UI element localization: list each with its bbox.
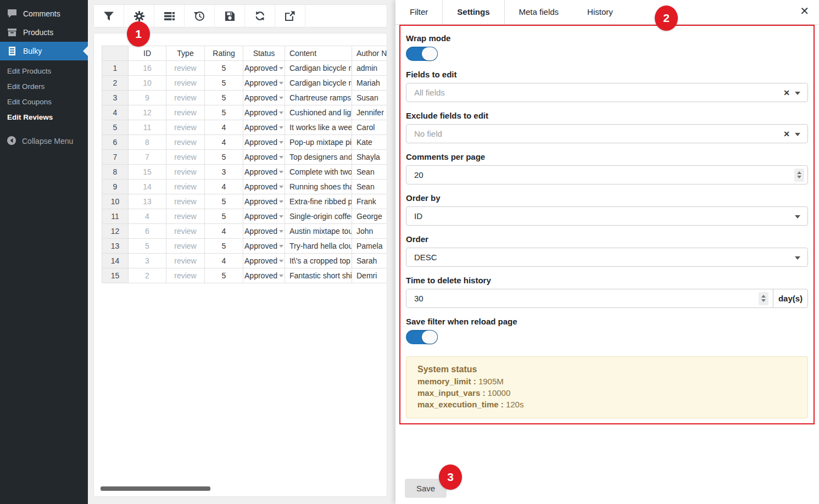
- cell-id[interactable]: 14: [129, 180, 166, 194]
- cell-type[interactable]: review: [166, 120, 205, 135]
- cell-type[interactable]: review: [166, 135, 205, 150]
- cell-content[interactable]: Running shoes that: [285, 180, 352, 194]
- cell-author[interactable]: Sean: [352, 165, 387, 180]
- cell-id[interactable]: 3: [129, 254, 166, 268]
- cell-status[interactable]: Approved: [243, 268, 285, 283]
- cell-type[interactable]: review: [166, 165, 205, 180]
- cell-type[interactable]: review: [166, 254, 205, 268]
- cell-content[interactable]: It\'s a cropped top v: [285, 254, 352, 268]
- meta-fields-button[interactable]: [154, 5, 185, 27]
- cell-rating[interactable]: 5: [205, 105, 243, 120]
- cell-type[interactable]: review: [166, 239, 205, 254]
- fields-to-edit-select[interactable]: ✕: [406, 83, 808, 102]
- cell-author[interactable]: Shayla: [352, 150, 387, 165]
- sidebar-item-edit-coupons[interactable]: Edit Coupons: [0, 94, 88, 110]
- cell-author[interactable]: admin: [352, 61, 387, 76]
- chevron-down-icon[interactable]: [795, 92, 800, 98]
- tab-settings[interactable]: Settings: [442, 0, 504, 24]
- header-id[interactable]: ID: [129, 46, 166, 61]
- cell-status[interactable]: Approved: [243, 76, 285, 91]
- cell-id[interactable]: 2: [129, 268, 166, 283]
- cell-status[interactable]: Approved: [243, 150, 285, 165]
- save-button-toolbar[interactable]: [215, 5, 245, 27]
- exclude-fields-input[interactable]: [406, 125, 807, 143]
- cell-author[interactable]: Demri: [352, 268, 387, 283]
- cell-author[interactable]: John: [352, 224, 387, 239]
- cell-id[interactable]: 16: [129, 61, 166, 76]
- cell-rating[interactable]: 4: [205, 254, 243, 268]
- cell-author[interactable]: Sarah: [352, 254, 387, 268]
- cell-author[interactable]: Mariah: [352, 76, 387, 91]
- cell-content[interactable]: Complete with two :: [285, 165, 352, 180]
- cell-type[interactable]: review: [166, 268, 205, 283]
- horizontal-scrollbar[interactable]: [101, 486, 210, 491]
- cell-id[interactable]: 10: [129, 76, 166, 91]
- cell-status[interactable]: Approved: [243, 239, 285, 254]
- reload-button[interactable]: [245, 5, 275, 27]
- cell-status[interactable]: Approved: [243, 61, 285, 76]
- number-spinner[interactable]: [759, 292, 768, 305]
- cell-status[interactable]: Approved: [243, 105, 285, 120]
- header-rating[interactable]: Rating: [205, 46, 243, 61]
- cell-content[interactable]: Fantastic short shirt: [285, 268, 352, 283]
- cell-type[interactable]: review: [166, 209, 205, 224]
- cell-content[interactable]: Cardigan bicycle rig: [285, 76, 352, 91]
- cell-status[interactable]: Approved: [243, 135, 285, 150]
- tab-meta-fields[interactable]: Meta fields: [505, 0, 573, 24]
- cell-id[interactable]: 12: [129, 105, 166, 120]
- cell-author[interactable]: Susan: [352, 91, 387, 105]
- cell-id[interactable]: 4: [129, 209, 166, 224]
- exclude-fields-select[interactable]: ✕: [406, 124, 808, 143]
- sidebar-item-edit-orders[interactable]: Edit Orders: [0, 79, 88, 94]
- cell-type[interactable]: review: [166, 76, 205, 91]
- cell-rating[interactable]: 4: [205, 224, 243, 239]
- cell-rating[interactable]: 3: [205, 165, 243, 180]
- cell-status[interactable]: Approved: [243, 254, 285, 268]
- cell-rating[interactable]: 5: [205, 61, 243, 76]
- cell-type[interactable]: review: [166, 61, 205, 76]
- cell-id[interactable]: 13: [129, 194, 166, 209]
- cell-type[interactable]: review: [166, 194, 205, 209]
- cell-content[interactable]: Extra-fine ribbed pir: [285, 194, 352, 209]
- cell-type[interactable]: review: [166, 150, 205, 165]
- cell-author[interactable]: Frank: [352, 194, 387, 209]
- cell-status[interactable]: Approved: [243, 91, 285, 105]
- cell-rating[interactable]: 4: [205, 180, 243, 194]
- cell-status[interactable]: Approved: [243, 194, 285, 209]
- cell-rating[interactable]: 5: [205, 76, 243, 91]
- cell-rating[interactable]: 4: [205, 120, 243, 135]
- order-select[interactable]: DESC: [406, 248, 808, 267]
- cell-author[interactable]: Carol: [352, 120, 387, 135]
- close-icon[interactable]: ✕: [798, 3, 811, 19]
- sidebar-item-bulky[interactable]: Bulky: [0, 42, 88, 60]
- cell-rating[interactable]: 5: [205, 194, 243, 209]
- cell-rating[interactable]: 5: [205, 91, 243, 105]
- sidebar-item-edit-reviews[interactable]: Edit Reviews: [0, 110, 88, 125]
- clear-icon[interactable]: ✕: [783, 130, 790, 138]
- cell-content[interactable]: Cushioned and light: [285, 105, 352, 120]
- history-button[interactable]: [185, 5, 215, 27]
- header-status[interactable]: Status: [243, 46, 285, 61]
- collapse-menu-button[interactable]: Collapse Menu: [0, 132, 88, 150]
- cell-type[interactable]: review: [166, 180, 205, 194]
- header-author-name[interactable]: Author Name: [352, 46, 387, 61]
- cell-author[interactable]: Kate: [352, 135, 387, 150]
- cell-type[interactable]: review: [166, 91, 205, 105]
- cell-id[interactable]: 8: [129, 135, 166, 150]
- header-type[interactable]: Type: [166, 46, 205, 61]
- cell-author[interactable]: George: [352, 209, 387, 224]
- cell-status[interactable]: Approved: [243, 224, 285, 239]
- cell-author[interactable]: Jennifer: [352, 105, 387, 120]
- tab-filter[interactable]: Filter: [395, 0, 442, 24]
- wrap-mode-toggle[interactable]: [406, 47, 438, 61]
- cell-type[interactable]: review: [166, 105, 205, 120]
- sidebar-item-edit-products[interactable]: Edit Products: [0, 64, 88, 79]
- cell-content[interactable]: Chartreuse ramps g: [285, 91, 352, 105]
- cell-status[interactable]: Approved: [243, 165, 285, 180]
- clear-icon[interactable]: ✕: [783, 89, 790, 97]
- filter-button[interactable]: [94, 5, 124, 27]
- order-by-select[interactable]: ID: [406, 206, 808, 226]
- fields-to-edit-input[interactable]: [406, 83, 807, 102]
- cell-status[interactable]: Approved: [243, 120, 285, 135]
- cell-rating[interactable]: 5: [205, 239, 243, 254]
